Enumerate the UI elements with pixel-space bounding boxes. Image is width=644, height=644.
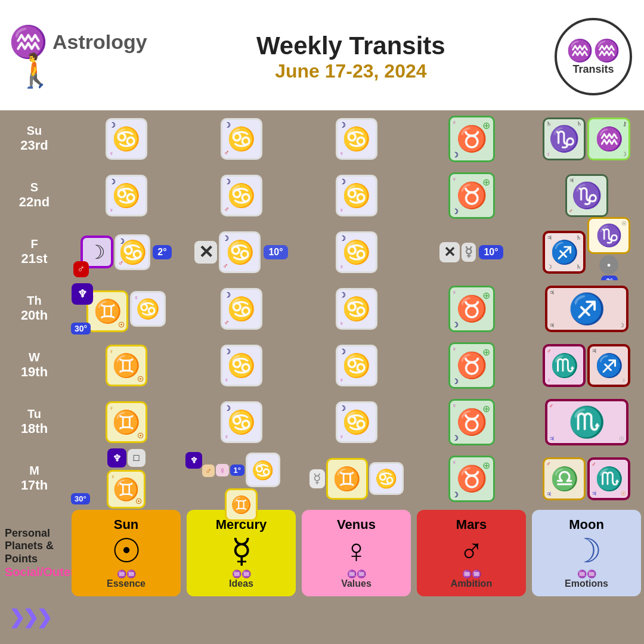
moon-corner: ☽ [452, 151, 459, 159]
aquarius-card-su: ♒ ⚷ ☽ [587, 117, 630, 160]
venus-label-name: Venus [337, 517, 376, 532]
cell-tu-mercury: ♋ ☽ ♀ [184, 394, 299, 450]
row-label-tu-18: Tu 18th [0, 394, 69, 450]
earth-icon: ⊕ [482, 120, 490, 131]
gemini-card-w1: ♊ ♀ ☉ [106, 345, 147, 386]
title-section: Weekly Transits June 17-23, 2024 [256, 32, 445, 82]
degree-30-m: 30° [71, 493, 90, 504]
gemini-card-tu1: ♊ ♀ ☉ [106, 401, 147, 443]
date-range: June 17-23, 2024 [256, 60, 445, 82]
cancer-card-s2: ♋ ☽ ♂ [221, 175, 262, 216]
personal-planets-label-cell: PersonalPlanets &Points Social/Outer [0, 507, 69, 599]
cell-f-mars: ✕ ☿ 10° [414, 224, 529, 280]
taurus-card-su: ♉ ⊕ ♀ ☽ [448, 116, 495, 162]
cancer-card-th: ♋ ♀ [130, 291, 166, 327]
gemini-card-m2: ♊ [225, 488, 258, 521]
gemini-card-m3: ♊ [326, 458, 368, 500]
mercury-sym: ☿ [309, 469, 325, 488]
mercury-symbol: ☿ [231, 532, 252, 569]
cell-s-sun: ♋ ☽ ♀ [69, 167, 184, 224]
header: ♒ Astrology 🚶 Weekly Transits June 17-23… [0, 0, 644, 110]
bottom-labels-row: PersonalPlanets &Points Social/Outer Sun… [0, 507, 644, 599]
sagittarius-card-w: ♐ ♃ ♀ [587, 344, 630, 387]
moon-ind2: ☽ [224, 121, 231, 129]
sun-label-name: Sun [114, 517, 139, 532]
degree-10-merc: 10° [264, 245, 287, 259]
sagittarius-icon-th: ♐ [568, 292, 605, 326]
taurus-card-s: ♉ ⊕ ♀ ☽ [448, 172, 495, 219]
degree-10-mars: 10° [479, 245, 503, 259]
cell-s-mercury: ♋ ☽ ♂ [184, 167, 299, 224]
gemini-icon: ♊ [94, 298, 122, 324]
full-moon-icon: ● [599, 255, 618, 274]
cell-su-right: ♑ ♄ ♄ ♀ ♒ ⚷ ☽ [529, 110, 644, 167]
moon-ind-aq: ☽ [621, 151, 627, 157]
transit-badge: ♒♒ Transits [555, 18, 632, 95]
transit-symbol-icon: ♒♒ [566, 38, 620, 63]
social-outer-label: Social/Outer [5, 565, 75, 579]
cancer-card-s3: ♋ ☽ ♀ [336, 175, 377, 216]
mars-badge: ♂ [73, 261, 89, 277]
degree-30: 30° [71, 323, 91, 335]
cell-su-venus: ♋ ☽ ♀ [299, 110, 414, 167]
cancer-card-tu2: ♋ ☽ ♀ [221, 401, 262, 443]
cell-m-venus: ☿ ♊ ♋ [299, 450, 414, 507]
square-icon: □ [128, 449, 145, 467]
row-label-f-21: F 21st [0, 224, 69, 280]
saturn-ind: ♄ [546, 120, 552, 127]
degree-2: 2° [153, 245, 171, 259]
taurus-card-m: ♉ ⊕ ♀ ☽ [448, 456, 495, 502]
personal-planets-label: PersonalPlanets &Points [5, 527, 54, 566]
sun-label-cell: Sun ☉ ♒♒ Essence [72, 510, 181, 596]
mars-symbol: ♂ [459, 532, 484, 569]
mars-orange-sm: ♂ [202, 465, 215, 477]
moon-label-cell: Moon ☽ ♒♒ Emotions [532, 510, 641, 596]
cancer-icon: ♋ [112, 126, 140, 152]
neptune-sm: ♆ [185, 452, 202, 469]
taurus-card-w: ♉ ⊕ ♀ ☽ [448, 342, 495, 389]
mercury-label-cell: Mercury ☿ ♒♒ Ideas [187, 510, 296, 596]
capricorn-card-s: ♑ ♃ ♂ [565, 174, 608, 217]
venus-ind3: ♀ [339, 150, 344, 157]
cell-f-mercury: ✕ ♋ ☽ ♂ 10° [184, 224, 299, 280]
moon-ind3: ☽ [339, 121, 346, 129]
capricorn-card-su: ♑ ♄ ♄ ♀ [543, 117, 586, 160]
cell-tu-venus: ♋ ☽ ♀ [299, 394, 414, 450]
capricorn-icon: ♑ [549, 124, 580, 153]
mars-label-name: Mars [456, 517, 487, 532]
sun-essence: Essence [107, 578, 145, 589]
cancer-card-f1: ♋ ☽ ♂ [114, 234, 150, 270]
cell-f-sun: ☽ ♋ ☽ ♂ 2° ♂ [69, 224, 184, 280]
arrows-icon: ❯❯❯ [9, 606, 50, 628]
cancer-card-m2: ♋ [246, 453, 280, 487]
cancer-icon3: ♋ [342, 126, 370, 152]
row-label-w-19: W 19th [0, 337, 69, 394]
cell-m-sun: ♆ □ ♊ ♀ ☉ 30° [69, 450, 184, 507]
degree-1: 1° [230, 465, 244, 476]
red-ind: ♂ [224, 148, 230, 157]
day-name: Su [27, 124, 42, 138]
taurus-card-th: ♉ ⊕ ♀ ☽ [448, 286, 495, 332]
row-label-s-22: S 22nd [0, 167, 69, 224]
cross-icon: ✕ [194, 241, 217, 264]
sagittarius-icon: ♐ [550, 239, 578, 265]
scorpio-icon: ♏ [550, 352, 578, 379]
cell-su-sun: ♋ ☽ ♀ [69, 110, 184, 167]
scorpio-card-tu: ♏ ♂ ♃ ☉ [545, 399, 628, 445]
sagittarius-card-f: ♐ ♃ ♄ ☽ ♄ [543, 231, 586, 274]
cell-w-venus: ♋ ☽ ♀ [299, 337, 414, 394]
logo-section: ♒ Astrology 🚶 [9, 26, 147, 87]
cancer-icon2: ♋ [227, 126, 255, 152]
mars-label-cell: Mars ♂ ♒♒ Ambition [417, 510, 526, 596]
neptune-badge-m: ♆ [107, 448, 126, 467]
moon-symbol: ☽ [572, 532, 602, 569]
gemini-card-m1: ♊ ♀ ☉ [107, 470, 145, 509]
libra-card-m: ♎ ♂ ♃ [543, 457, 586, 500]
mercury-essence: Ideas [229, 578, 253, 589]
capricorn-card-f: ♑ ☉ [587, 217, 630, 254]
cell-th-sun: ♆ ♊ ♀ ☉ ♋ ♀ 30° [69, 280, 184, 337]
row-label-th-20: Th 20th [0, 280, 69, 337]
cell-m-right: ♎ ♂ ♃ ♏ ♂ ♃ ☉ [529, 450, 644, 507]
transit-badge-label: Transits [572, 63, 614, 76]
cell-w-sun: ♊ ♀ ☉ [69, 337, 184, 394]
